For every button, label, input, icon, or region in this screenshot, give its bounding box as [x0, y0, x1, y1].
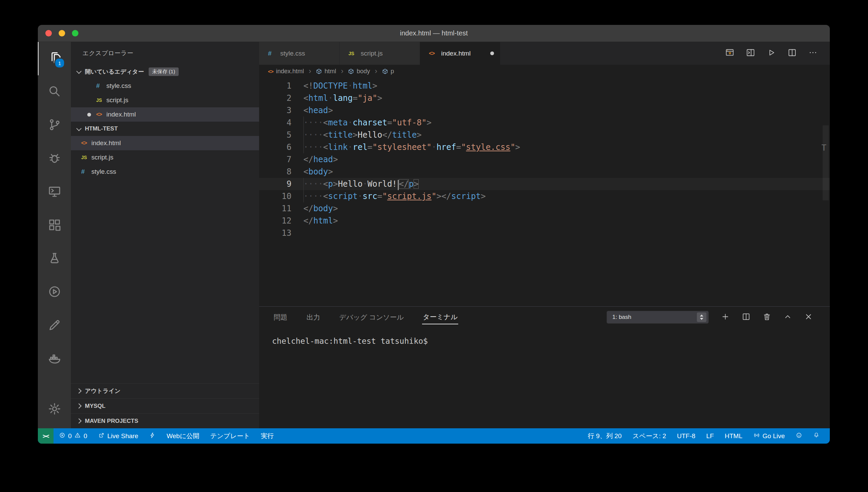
code-editor[interactable]: 1<!DOCTYPE·html>2<html·lang="ja">3<head>… [259, 78, 830, 306]
open-editor-script-js[interactable]: JS script.js [71, 93, 259, 107]
new-terminal-icon[interactable] [721, 312, 730, 322]
tree-item-script-js[interactable]: JS script.js [71, 150, 259, 165]
docker-activity-button[interactable] [38, 342, 71, 376]
css-file-icon: # [81, 168, 91, 175]
remote-explorer-activity-button[interactable] [38, 175, 71, 209]
tab-bar: # style.css JS script.js <> index.html [259, 42, 830, 65]
encoding-status[interactable]: UTF-8 [672, 428, 701, 444]
settings-activity-button[interactable] [38, 394, 71, 425]
code-token: = [353, 93, 358, 103]
language-mode-status[interactable]: HTML [719, 428, 748, 444]
play-circle-icon [48, 285, 61, 300]
code-line: 1<!DOCTYPE·html> [259, 80, 830, 92]
split-editor-icon[interactable] [788, 48, 797, 59]
tab-style-css[interactable]: # style.css [259, 42, 340, 65]
line-number: 10 [259, 190, 303, 202]
breadcrumb-file[interactable]: <> index.html [268, 68, 304, 75]
open-in-browser-icon[interactable] [725, 48, 734, 59]
code-line: 8<body> [259, 166, 830, 178]
open-editors-header[interactable]: 開いているエディター 未保存 (1) [71, 64, 259, 79]
code-token: Hello [358, 130, 382, 140]
mysql-section-header[interactable]: MYSQL [71, 398, 259, 413]
problems-status[interactable]: 0 0 [54, 428, 93, 444]
code-line: 12</html> [259, 215, 830, 227]
pen-activity-button[interactable] [38, 309, 71, 342]
test-activity-button[interactable] [38, 242, 71, 276]
kill-terminal-trash-icon[interactable] [763, 312, 771, 322]
notifications-status[interactable] [808, 428, 825, 444]
source-control-activity-button[interactable] [38, 109, 71, 142]
html-file-icon: <> [81, 140, 91, 146]
open-editor-style-css[interactable]: # style.css [71, 79, 259, 93]
template-status[interactable]: テンプレート [205, 428, 255, 444]
code-token: script [328, 191, 358, 201]
code-token: p [328, 179, 333, 189]
debug-activity-button[interactable] [38, 142, 71, 175]
css-file-icon: # [268, 50, 277, 57]
maximize-panel-icon[interactable] [783, 312, 792, 322]
search-activity-button[interactable] [38, 75, 71, 109]
tab-script-js[interactable]: JS script.js [340, 42, 420, 65]
run-circle-activity-button[interactable] [38, 276, 71, 309]
shell-select-value: 1: bash [612, 314, 631, 321]
tree-item-index-html[interactable]: <> index.html [71, 136, 259, 150]
status-bar: >< 0 0 Live Share Webに公開 [38, 428, 830, 444]
explorer-activity-button[interactable]: 1 [38, 42, 71, 75]
publish-web-status[interactable]: Webに公開 [161, 428, 205, 444]
go-live-status[interactable]: Go Live [748, 428, 790, 444]
tab-index-html[interactable]: <> index.html [420, 42, 500, 65]
minimap[interactable]: T [818, 78, 830, 306]
open-preview-side-icon[interactable] [746, 48, 755, 59]
breadcrumb-body[interactable]: body [348, 68, 370, 75]
code-token: link [328, 142, 348, 152]
panel-tab-output[interactable]: 出力 [306, 311, 321, 324]
chevron-down-icon [76, 68, 82, 74]
maven-projects-section-header[interactable]: MAVEN PROJECTS [71, 413, 259, 428]
search-icon [48, 84, 61, 99]
close-panel-icon[interactable] [804, 312, 813, 322]
indentation-status[interactable]: スペース: 2 [627, 428, 671, 444]
code-line: 4····<meta·charset="utf-8"> [259, 117, 830, 129]
breadcrumb-label: body [357, 68, 370, 75]
run-icon[interactable] [767, 48, 776, 59]
extensions-activity-button[interactable] [38, 209, 71, 242]
tree-item-style-css[interactable]: # style.css [71, 165, 259, 179]
project-folder-header[interactable]: HTML-TEST [71, 122, 259, 136]
code-line: 10····<script·src="script.js"></script> [259, 190, 830, 202]
sidebar-title: エクスプローラー [71, 42, 259, 64]
css-file-icon: # [96, 82, 106, 90]
code-token: > [328, 167, 333, 176]
line-number: 5 [259, 129, 303, 141]
js-file-icon: JS [348, 51, 357, 56]
more-actions-icon[interactable] [808, 48, 818, 59]
code-token: " [382, 191, 387, 201]
panel-tab-problems[interactable]: 問題 [273, 311, 288, 324]
panel-tab-debug-console[interactable]: デバッグ コンソール [339, 311, 404, 324]
bolt-status[interactable] [144, 428, 161, 444]
split-terminal-icon[interactable] [742, 312, 750, 322]
encoding-label: UTF-8 [677, 432, 695, 440]
outline-section-header[interactable]: アウトライン [71, 383, 259, 398]
section-label: MAVEN PROJECTS [85, 418, 138, 425]
file-label: index.html [106, 111, 136, 118]
file-label: index.html [91, 139, 121, 147]
open-editor-index-html[interactable]: <> index.html [71, 107, 259, 122]
eol-status[interactable]: LF [701, 428, 719, 444]
breadcrumb-p[interactable]: p [382, 68, 394, 75]
panel-tab-terminal[interactable]: ターミナル [422, 310, 458, 324]
live-share-status[interactable]: Live Share [93, 428, 144, 444]
terminal-shell-select[interactable]: 1: bash [607, 311, 709, 324]
code-token: · [358, 191, 362, 201]
run-status[interactable]: 実行 [255, 428, 279, 444]
terminal[interactable]: chelchel-mac:html-test tatsuhiko$ [259, 328, 830, 428]
code-token: ···· [303, 191, 323, 201]
code-line: 13 [259, 227, 830, 239]
feedback-status[interactable] [790, 428, 808, 444]
cursor-position-status[interactable]: 行 9、列 20 [582, 428, 627, 444]
scrollbar-thumb[interactable] [823, 125, 829, 200]
code-token: lang [333, 93, 353, 103]
line-number: 6 [259, 141, 303, 153]
line-number: 2 [259, 92, 303, 104]
breadcrumb-html[interactable]: html [316, 68, 336, 75]
remote-indicator[interactable]: >< [38, 428, 54, 444]
